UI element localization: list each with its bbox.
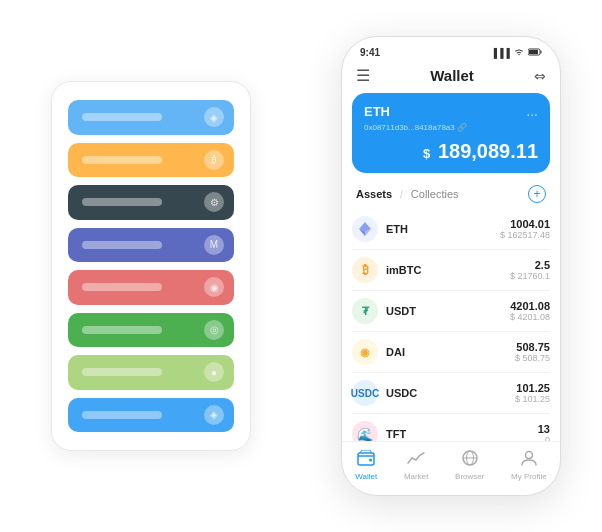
swatch-2: ₿ bbox=[68, 143, 234, 178]
swatch-icon-3: ⚙ bbox=[204, 192, 224, 212]
asset-value-usdt: $ 4201.08 bbox=[510, 312, 550, 322]
swatch-label-8 bbox=[82, 411, 162, 419]
asset-row-tft: 🌊 TFT 13 0 bbox=[352, 414, 550, 441]
menu-icon[interactable]: ☰ bbox=[356, 66, 370, 85]
swatch-label-5 bbox=[82, 283, 162, 291]
asset-amount-eth: 1004.01 bbox=[500, 218, 550, 230]
phone-mockup: 9:41 ▐▐▐ bbox=[341, 36, 561, 496]
asset-icon-eth bbox=[352, 216, 378, 242]
swatch-icon-7: ● bbox=[204, 362, 224, 382]
swatch-icon-5: ◉ bbox=[204, 277, 224, 297]
asset-amount-imbtc: 2.5 bbox=[510, 259, 550, 271]
swatch-label-6 bbox=[82, 326, 162, 334]
asset-row-eth: ETH 1004.01 $ 162517.48 bbox=[352, 209, 550, 250]
asset-row-usdt: ₮ USDT 4201.08 $ 4201.08 bbox=[352, 291, 550, 332]
svg-point-11 bbox=[525, 452, 532, 459]
add-asset-button[interactable]: + bbox=[528, 185, 546, 203]
eth-card-header: ETH ... bbox=[364, 103, 538, 119]
asset-icon-imbtc: ₿ bbox=[352, 257, 378, 283]
assets-tabs: Assets / Collecties + bbox=[342, 183, 560, 209]
svg-point-7 bbox=[369, 459, 372, 462]
asset-right-eth: 1004.01 $ 162517.48 bbox=[500, 218, 550, 240]
tab-assets[interactable]: Assets bbox=[356, 188, 392, 200]
market-nav-icon bbox=[407, 450, 425, 470]
swatch-card: ◈ ₿ ⚙ M ◉ ◎ ● ◈ bbox=[51, 81, 251, 451]
eth-more-icon[interactable]: ... bbox=[526, 103, 538, 119]
tabs-left: Assets / Collecties bbox=[356, 188, 459, 200]
browser-nav-icon bbox=[461, 450, 479, 470]
wallet-nav-icon bbox=[357, 450, 375, 470]
svg-rect-2 bbox=[541, 50, 542, 53]
asset-list: ETH 1004.01 $ 162517.48 ₿ imBTC 2.5 $ 21… bbox=[342, 209, 560, 441]
asset-name-usdt: USDT bbox=[386, 305, 416, 317]
page-title: Wallet bbox=[430, 67, 474, 84]
nav-profile-label: My Profile bbox=[511, 472, 547, 481]
eth-card: ETH ... 0x08711d3b...8418a78a3 🔗 $ 189,0… bbox=[352, 93, 550, 173]
asset-left-usdt: ₮ USDT bbox=[352, 298, 416, 324]
asset-left-dai: ◉ DAI bbox=[352, 339, 405, 365]
status-icons: ▐▐▐ bbox=[491, 48, 542, 58]
asset-row-imbtc: ₿ imBTC 2.5 $ 21760.1 bbox=[352, 250, 550, 291]
eth-balance-value: 189,089.11 bbox=[432, 140, 538, 162]
swatch-5: ◉ bbox=[68, 270, 234, 305]
asset-icon-tft: 🌊 bbox=[352, 421, 378, 441]
asset-name-dai: DAI bbox=[386, 346, 405, 358]
status-time: 9:41 bbox=[360, 47, 380, 58]
nav-profile[interactable]: My Profile bbox=[511, 450, 547, 481]
asset-value-eth: $ 162517.48 bbox=[500, 230, 550, 240]
asset-row-usdc: USDC USDC 101.25 $ 101.25 bbox=[352, 373, 550, 414]
asset-left-eth: ETH bbox=[352, 216, 408, 242]
phone-header: ☰ Wallet ⇔ bbox=[342, 62, 560, 93]
tab-collecties[interactable]: Collecties bbox=[411, 188, 459, 200]
asset-icon-usdc: USDC bbox=[352, 380, 378, 406]
status-bar: 9:41 ▐▐▐ bbox=[342, 37, 560, 62]
swatch-7: ● bbox=[68, 355, 234, 390]
nav-browser[interactable]: Browser bbox=[455, 450, 484, 481]
swatch-icon-4: M bbox=[204, 235, 224, 255]
nav-wallet[interactable]: Wallet bbox=[355, 450, 377, 481]
dollar-sign: $ bbox=[423, 146, 430, 161]
asset-right-tft: 13 0 bbox=[538, 423, 550, 441]
wifi-icon bbox=[514, 48, 524, 58]
asset-amount-dai: 508.75 bbox=[515, 341, 550, 353]
bottom-nav: Wallet Market Browser bbox=[342, 441, 560, 495]
asset-name-eth: ETH bbox=[386, 223, 408, 235]
swatch-icon-1: ◈ bbox=[204, 107, 224, 127]
asset-left-usdc: USDC USDC bbox=[352, 380, 417, 406]
swatch-icon-6: ◎ bbox=[204, 320, 224, 340]
asset-right-dai: 508.75 $ 508.75 bbox=[515, 341, 550, 363]
asset-name-imbtc: imBTC bbox=[386, 264, 421, 276]
swatch-3: ⚙ bbox=[68, 185, 234, 220]
swatch-1: ◈ bbox=[68, 100, 234, 135]
nav-market[interactable]: Market bbox=[404, 450, 428, 481]
asset-value-imbtc: $ 21760.1 bbox=[510, 271, 550, 281]
swatch-label-1 bbox=[82, 113, 162, 121]
asset-value-usdc: $ 101.25 bbox=[515, 394, 550, 404]
swatch-icon-8: ◈ bbox=[204, 405, 224, 425]
asset-amount-usdt: 4201.08 bbox=[510, 300, 550, 312]
swatch-label-3 bbox=[82, 198, 162, 206]
asset-left-imbtc: ₿ imBTC bbox=[352, 257, 421, 283]
swatch-label-2 bbox=[82, 156, 162, 164]
asset-right-usdt: 4201.08 $ 4201.08 bbox=[510, 300, 550, 322]
asset-name-usdc: USDC bbox=[386, 387, 417, 399]
asset-amount-tft: 13 bbox=[538, 423, 550, 435]
asset-amount-usdc: 101.25 bbox=[515, 382, 550, 394]
scene: ◈ ₿ ⚙ M ◉ ◎ ● ◈ bbox=[21, 21, 581, 511]
asset-icon-dai: ◉ bbox=[352, 339, 378, 365]
battery-icon bbox=[528, 48, 542, 58]
nav-browser-label: Browser bbox=[455, 472, 484, 481]
eth-ticker: ETH bbox=[364, 104, 390, 119]
swatch-label-7 bbox=[82, 368, 162, 376]
swatch-label-4 bbox=[82, 241, 162, 249]
eth-balance: $ 189,089.11 bbox=[364, 140, 538, 163]
nav-market-label: Market bbox=[404, 472, 428, 481]
swatch-6: ◎ bbox=[68, 313, 234, 348]
asset-left-tft: 🌊 TFT bbox=[352, 421, 406, 441]
swatch-icon-2: ₿ bbox=[204, 150, 224, 170]
scan-icon[interactable]: ⇔ bbox=[534, 68, 546, 84]
asset-value-dai: $ 508.75 bbox=[515, 353, 550, 363]
asset-right-imbtc: 2.5 $ 21760.1 bbox=[510, 259, 550, 281]
asset-row-dai: ◉ DAI 508.75 $ 508.75 bbox=[352, 332, 550, 373]
nav-wallet-label: Wallet bbox=[355, 472, 377, 481]
